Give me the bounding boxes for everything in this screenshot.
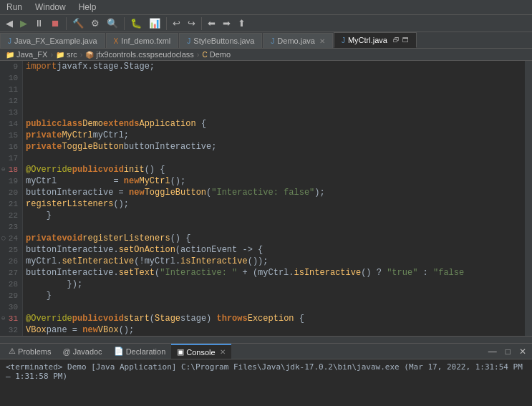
line-num-28: 28 bbox=[3, 279, 18, 290]
menu-help[interactable]: Help bbox=[77, 1, 99, 13]
breadcrumb-java-fx[interactable]: 📁 Java_FX bbox=[6, 50, 47, 59]
bottom-tab-problems-label: Problems bbox=[18, 347, 51, 356]
tab-myctrl-minimize[interactable]: 🗗 bbox=[390, 37, 400, 44]
code-line-15: private MyCtrl myCtrl; bbox=[26, 130, 525, 141]
bottom-tab-javadoc[interactable]: @ Javadoc bbox=[57, 345, 107, 358]
fold-icon-24[interactable]: ◯ bbox=[1, 233, 5, 244]
breadcrumb-pkg[interactable]: 📦 jfx9controls.csspseudoclass bbox=[85, 50, 193, 59]
code-line-12 bbox=[26, 95, 525, 107]
breadcrumb-sep3: › bbox=[197, 50, 200, 59]
tab-java-fx-label: Java_FX_Example.java bbox=[14, 37, 97, 45]
tab-inf-demo-icon: X bbox=[114, 37, 119, 45]
fold-icon-18[interactable]: ⊖ bbox=[1, 164, 5, 175]
tab-myctrl-maximize[interactable]: 🗖 bbox=[402, 37, 409, 44]
close-bottom-btn[interactable]: ✕ bbox=[516, 345, 529, 358]
bottom-tab-console-close[interactable]: ✕ bbox=[220, 348, 226, 356]
tab-demo-icon: J bbox=[271, 37, 274, 45]
tab-inf-demo[interactable]: X Inf_demo.fxml bbox=[106, 33, 179, 48]
line-num-23: 23 bbox=[3, 221, 18, 233]
fold-icon-31[interactable]: ⊖ bbox=[1, 313, 5, 324]
maximize-bottom-btn[interactable]: □ bbox=[503, 345, 513, 358]
line-num-32: 32 bbox=[3, 324, 18, 336]
tab-java-fx[interactable]: J Java_FX_Example.java bbox=[0, 33, 105, 48]
line-num-31: ⊖31 bbox=[3, 313, 18, 324]
sep4 bbox=[201, 17, 202, 30]
tab-myctrl-icon: J bbox=[342, 37, 345, 44]
line-num-17: 17 bbox=[3, 153, 18, 164]
menu-window[interactable]: Window bbox=[33, 1, 68, 13]
code-line-24: private void registerListeners() { bbox=[26, 233, 525, 244]
console-text: <terminated> Demo [Java Application] C:\… bbox=[6, 362, 523, 381]
line-num-9: 9 bbox=[3, 61, 18, 72]
bottom-tab-declaration-label: Declaration bbox=[126, 347, 166, 356]
toolbar-run-btn[interactable]: ▶ bbox=[17, 16, 30, 30]
line-num-12: 12 bbox=[3, 95, 18, 107]
pkg-icon: 📦 bbox=[85, 51, 94, 59]
code-line-16: private ToggleButton buttonInteractive; bbox=[26, 141, 525, 153]
tab-style-btns-icon: J bbox=[187, 37, 190, 45]
horizontal-scrollbar[interactable] bbox=[0, 336, 532, 343]
tab-style-btns-label: StyleButtons.java bbox=[193, 37, 254, 45]
toolbar-up-btn[interactable]: ⬆ bbox=[235, 16, 248, 30]
console-icon: ▣ bbox=[177, 347, 184, 357]
toolbar-back-btn[interactable]: ◀ bbox=[3, 16, 16, 30]
tab-demo[interactable]: J Demo.java ✕ bbox=[263, 33, 333, 48]
bottom-tab-problems[interactable]: ⚠ Problems bbox=[3, 344, 57, 358]
line-num-21: 21 bbox=[3, 198, 18, 210]
bottom-tab-declaration[interactable]: 📄 Declaration bbox=[108, 344, 172, 358]
code-editor[interactable]: import javafx.stage.Stage;public class D… bbox=[23, 61, 525, 336]
sep2 bbox=[124, 17, 125, 30]
code-line-32: VBox pane = new VBox(); bbox=[26, 324, 525, 336]
java-fx-folder-icon: 📁 bbox=[6, 51, 14, 59]
code-line-13 bbox=[26, 107, 525, 118]
breadcrumb: 📁 Java_FX › 📁 src › 📦 jfx9controls.cssps… bbox=[0, 49, 532, 61]
bottom-panel: ⚠ Problems @ Javadoc 📄 Declaration ▣ Con… bbox=[0, 343, 532, 406]
vertical-scrollbar[interactable] bbox=[525, 61, 532, 336]
sep1 bbox=[66, 17, 67, 30]
bottom-tab-console[interactable]: ▣ Console ✕ bbox=[171, 344, 231, 359]
editor-container: 91011121314151617⊖181920212223◯242526272… bbox=[0, 61, 532, 336]
line-num-27: 27 bbox=[3, 267, 18, 279]
class-icon: C bbox=[202, 51, 207, 59]
code-line-20: buttonInteractive = new ToggleButton("In… bbox=[26, 187, 525, 198]
code-line-31: @Override public void start(Stage stage)… bbox=[26, 313, 525, 324]
breadcrumb-class[interactable]: C Demo bbox=[202, 50, 231, 59]
toolbar-nav-fwd-btn[interactable]: ➡ bbox=[220, 16, 233, 30]
toolbar-settings-btn[interactable]: ⚙ bbox=[88, 16, 102, 30]
toolbar-search-btn[interactable]: 🔍 bbox=[104, 16, 121, 30]
minimize-bottom-btn[interactable]: — bbox=[485, 345, 500, 358]
sep3 bbox=[166, 17, 167, 30]
toolbar-nav-back-btn[interactable]: ⬅ bbox=[205, 16, 218, 30]
code-line-25: buttonInteractive.setOnAction(actionEven… bbox=[26, 244, 525, 256]
toolbar-debug-btn[interactable]: 🐛 bbox=[127, 16, 145, 30]
code-line-23 bbox=[26, 221, 525, 233]
code-line-21: registerListeners(); bbox=[26, 198, 525, 210]
toolbar-undo-btn[interactable]: ↩ bbox=[170, 16, 183, 30]
tab-myctrl[interactable]: J MyCtrl.java 🗗 🗖 bbox=[334, 32, 417, 48]
line-num-16: 16 bbox=[3, 141, 18, 153]
line-num-20: 20 bbox=[3, 187, 18, 198]
toolbar-build-btn[interactable]: 🔨 bbox=[69, 16, 87, 30]
javadoc-icon: @ bbox=[62, 347, 70, 356]
code-line-17 bbox=[26, 153, 525, 164]
menu-run[interactable]: Run bbox=[4, 1, 24, 13]
toolbar-stop-btn[interactable]: ⏹ bbox=[48, 16, 63, 30]
breadcrumb-src-text: src bbox=[67, 50, 77, 59]
breadcrumb-src[interactable]: 📁 src bbox=[56, 50, 77, 59]
code-line-29: } bbox=[26, 290, 525, 301]
toolbar-profile-btn[interactable]: 📊 bbox=[146, 16, 163, 30]
breadcrumb-sep2: › bbox=[80, 50, 83, 59]
line-num-19: 19 bbox=[3, 175, 18, 187]
breadcrumb-class-text: Demo bbox=[210, 50, 231, 59]
line-num-30: 30 bbox=[3, 301, 18, 313]
breadcrumb-pkg-text: jfx9controls.csspseudoclass bbox=[96, 50, 193, 59]
line-num-14: 14 bbox=[3, 118, 18, 130]
tab-style-btns[interactable]: J StyleButtons.java bbox=[179, 33, 262, 48]
line-num-11: 11 bbox=[3, 84, 18, 95]
console-output: <terminated> Demo [Java Application] C:\… bbox=[0, 359, 532, 406]
code-line-18: @Override public void init() { bbox=[26, 164, 525, 175]
toolbar-pause-btn[interactable]: ⏸ bbox=[32, 16, 47, 30]
bottom-tabs-bar: ⚠ Problems @ Javadoc 📄 Declaration ▣ Con… bbox=[0, 344, 532, 359]
tab-demo-close[interactable]: ✕ bbox=[319, 37, 325, 45]
toolbar-redo-btn[interactable]: ↪ bbox=[185, 16, 198, 30]
